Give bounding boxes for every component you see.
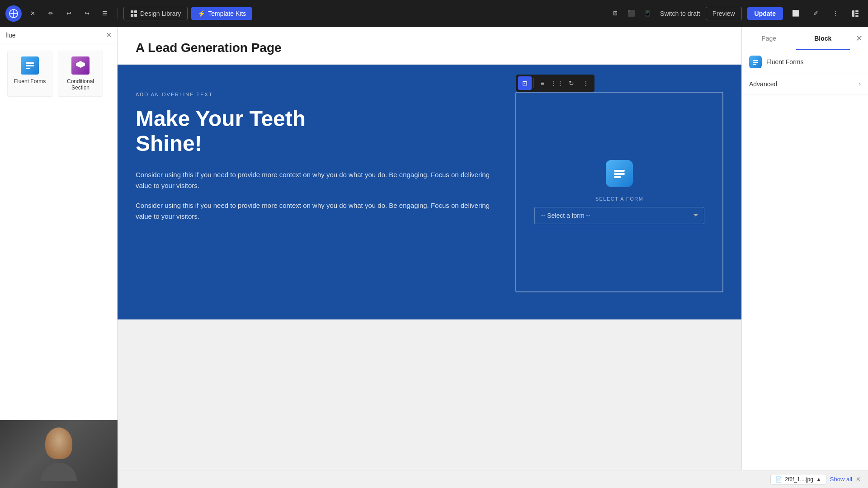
conditional-section-block-item[interactable]: Conditional Section: [58, 51, 103, 97]
advanced-label: Advanced: [749, 80, 777, 88]
block-move-button[interactable]: ⋮⋮: [550, 76, 564, 90]
template-kits-icon: ⚡: [198, 10, 205, 17]
svg-rect-9: [26, 62, 34, 64]
svg-rect-6: [855, 10, 859, 12]
svg-rect-12: [614, 170, 625, 172]
svg-rect-7: [855, 13, 859, 14]
chevron-down-icon: ›: [859, 81, 861, 87]
bottom-right: 📄 2f6f_1....jpg ▲ Show all ✕: [770, 474, 861, 485]
hero-body-1: Consider using this if you need to provi…: [136, 169, 497, 191]
block-select-button[interactable]: ⊡: [518, 76, 532, 90]
close-editor-button[interactable]: ✕: [25, 6, 40, 21]
svg-rect-10: [26, 65, 34, 66]
hero-heading-line1: Make Your Teeth: [136, 107, 306, 131]
block-more-button[interactable]: ⋮: [579, 76, 593, 90]
file-name: 2f6f_1....jpg: [785, 476, 813, 483]
undo-button[interactable]: ↩: [61, 6, 76, 21]
svg-rect-16: [753, 62, 758, 63]
right-panel-block-info: Fluent Forms: [742, 50, 868, 74]
mobile-view-button[interactable]: 📱: [640, 6, 655, 21]
preview-button[interactable]: Preview: [706, 7, 742, 20]
right-panel: Page Block ✕ Fluent Forms Advanced ›: [741, 27, 868, 488]
hero-left-column: ADD AN OVERLINE TEXT Make Your Teeth Shi…: [136, 92, 497, 292]
svg-rect-3: [131, 14, 133, 17]
fluent-forms-block-item[interactable]: Fluent Forms: [7, 51, 52, 97]
svg-rect-8: [855, 15, 859, 17]
update-button[interactable]: Update: [747, 7, 783, 20]
more-options-button[interactable]: ⋮: [828, 6, 843, 21]
elementor-logo-button[interactable]: [848, 6, 863, 21]
webcam-feed: [0, 420, 118, 488]
conditional-section-block-label: Conditional Section: [62, 78, 99, 91]
main-layout: ✕ Fluent Forms Condit: [0, 27, 868, 488]
fluent-forms-block-icon: [21, 56, 39, 75]
tab-page[interactable]: Page: [742, 27, 796, 50]
show-all-button[interactable]: Show all: [830, 476, 852, 483]
edit-button[interactable]: ✏: [43, 6, 58, 21]
main-toolbar: ✕ ✏ ↩ ↪ ☰ Design Library ⚡ Template Kits…: [0, 0, 868, 27]
canvas-area: A Lead Generation Page ADD AN OVERLINE T…: [118, 27, 741, 488]
switch-draft-label: Switch to draft: [660, 10, 700, 17]
block-toolbar-separator: [533, 78, 534, 88]
tab-block[interactable]: Block: [796, 27, 850, 50]
svg-rect-5: [852, 10, 854, 17]
hero-body-2: Consider using this if you need to provi…: [136, 200, 497, 222]
block-text-button[interactable]: ≡: [536, 76, 549, 90]
update-label: Update: [755, 10, 776, 17]
right-panel-tabs: Page Block ✕: [742, 27, 868, 50]
file-icon: 📄: [775, 476, 782, 483]
toolbar-right: 🖥 ⬛ 📱 Switch to draft Preview Update ⬜ ✐…: [608, 6, 863, 21]
advanced-row[interactable]: Advanced ›: [742, 74, 868, 94]
svg-rect-17: [753, 64, 756, 65]
wp-logo-icon[interactable]: [5, 5, 22, 22]
desktop-view-button[interactable]: 🖥: [608, 6, 622, 21]
redo-button[interactable]: ↪: [80, 6, 94, 21]
right-panel-block-name-text: Fluent Forms: [766, 58, 803, 66]
svg-rect-2: [134, 10, 137, 13]
blocks-grid: Fluent Forms Conditional Section: [0, 43, 117, 104]
close-bottom-bar-button[interactable]: ✕: [856, 476, 861, 483]
design-library-button[interactable]: Design Library: [123, 7, 188, 20]
layout-switcher-button[interactable]: ⬜: [788, 6, 803, 21]
svg-rect-14: [614, 176, 621, 178]
hero-heading: Make Your Teeth Shine!: [136, 106, 497, 156]
block-floating-toolbar: ⊡ ≡ ⋮⋮ ↻ ⋮: [516, 75, 594, 92]
right-panel-close-button[interactable]: ✕: [850, 27, 868, 50]
file-expand-icon[interactable]: ▲: [816, 476, 821, 483]
switch-to-draft-button[interactable]: Switch to draft: [660, 10, 700, 17]
blocks-search-input[interactable]: [5, 32, 106, 39]
hero-right-column: ⊡ ≡ ⋮⋮ ↻ ⋮: [515, 92, 723, 292]
form-block-wrapper[interactable]: ⊡ ≡ ⋮⋮ ↻ ⋮: [515, 92, 723, 292]
svg-rect-1: [131, 10, 133, 13]
right-panel-fluent-icon: [749, 56, 762, 68]
blocks-panel: ✕ Fluent Forms Condit: [0, 27, 118, 488]
hero-section: ADD AN OVERLINE TEXT Make Your Teeth Shi…: [118, 65, 741, 319]
tablet-view-button[interactable]: ⬛: [624, 6, 638, 21]
clear-search-button[interactable]: ✕: [106, 31, 112, 39]
edit-page-button[interactable]: ✐: [808, 6, 823, 21]
svg-rect-15: [753, 60, 758, 61]
form-selector[interactable]: -- Select a form --: [534, 207, 704, 224]
fluent-forms-logo: [606, 160, 633, 187]
toolbar-separator-1: [118, 8, 118, 19]
select-form-label: SELECT A FORM: [595, 196, 644, 202]
page-title-area: A Lead Generation Page: [118, 27, 741, 65]
conditional-section-block-icon: [71, 56, 90, 75]
hero-overline: ADD AN OVERLINE TEXT: [136, 92, 497, 97]
preview-label: Preview: [712, 10, 735, 17]
form-inner-content: SELECT A FORM -- Select a form --: [516, 93, 722, 291]
fluent-forms-block-label: Fluent Forms: [14, 78, 46, 84]
design-library-icon: [130, 10, 137, 17]
design-library-label: Design Library: [140, 10, 181, 17]
svg-rect-11: [26, 68, 30, 69]
page-title: A Lead Generation Page: [136, 41, 723, 55]
hero-heading-line2: Shine!: [136, 131, 202, 155]
view-switcher: 🖥 ⬛ 📱: [608, 6, 655, 21]
block-rotate-button[interactable]: ↻: [565, 76, 578, 90]
svg-rect-4: [134, 14, 137, 17]
template-kits-label: Template Kits: [208, 10, 246, 17]
blocks-search-area: ✕: [0, 27, 117, 43]
list-view-button[interactable]: ☰: [98, 6, 112, 21]
template-kits-button[interactable]: ⚡ Template Kits: [191, 7, 252, 20]
file-pill: 📄 2f6f_1....jpg ▲: [770, 474, 826, 485]
